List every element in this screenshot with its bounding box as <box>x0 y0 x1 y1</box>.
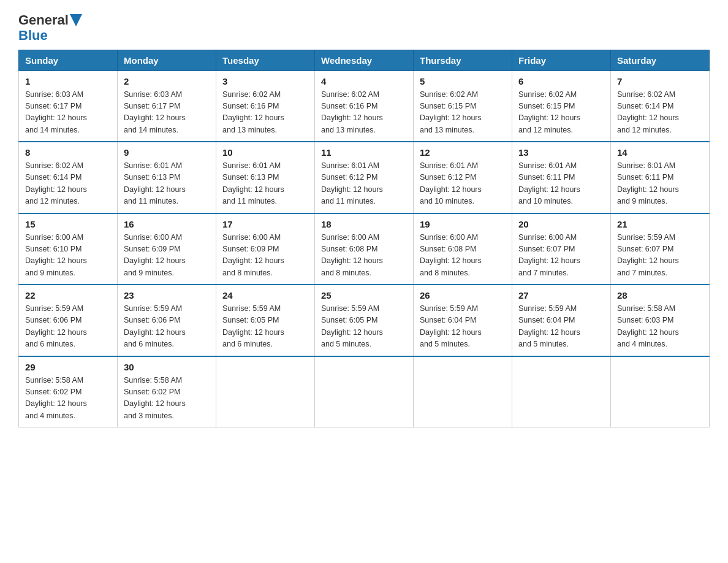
calendar-cell: 18Sunrise: 6:00 AMSunset: 6:08 PMDayligh… <box>315 213 414 285</box>
calendar-cell: 20Sunrise: 6:00 AMSunset: 6:07 PMDayligh… <box>512 213 611 285</box>
calendar-cell: 7Sunrise: 6:02 AMSunset: 6:14 PMDaylight… <box>611 71 710 142</box>
day-info: Sunrise: 6:00 AMSunset: 6:07 PMDaylight:… <box>518 232 604 280</box>
calendar-cell: 14Sunrise: 6:01 AMSunset: 6:11 PMDayligh… <box>611 142 710 213</box>
calendar-cell: 1Sunrise: 6:03 AMSunset: 6:17 PMDaylight… <box>19 71 118 142</box>
weekday-header-thursday: Thursday <box>414 50 512 71</box>
day-number: 28 <box>617 290 703 301</box>
day-info: Sunrise: 6:01 AMSunset: 6:12 PMDaylight:… <box>420 160 506 208</box>
calendar-cell: 16Sunrise: 6:00 AMSunset: 6:09 PMDayligh… <box>118 213 216 285</box>
calendar-cell: 25Sunrise: 5:59 AMSunset: 6:05 PMDayligh… <box>315 285 414 356</box>
calendar-cell <box>315 356 414 427</box>
calendar-cell: 13Sunrise: 6:01 AMSunset: 6:11 PMDayligh… <box>512 142 611 213</box>
day-info: Sunrise: 6:01 AMSunset: 6:13 PMDaylight:… <box>222 160 308 208</box>
day-info: Sunrise: 5:59 AMSunset: 6:06 PMDaylight:… <box>25 303 111 351</box>
day-number: 10 <box>222 147 308 158</box>
calendar-week-row: 22Sunrise: 5:59 AMSunset: 6:06 PMDayligh… <box>19 285 710 356</box>
day-number: 23 <box>124 290 210 301</box>
weekday-header-sunday: Sunday <box>19 50 118 71</box>
calendar-cell: 26Sunrise: 5:59 AMSunset: 6:04 PMDayligh… <box>414 285 512 356</box>
calendar-cell: 10Sunrise: 6:01 AMSunset: 6:13 PMDayligh… <box>216 142 315 213</box>
day-number: 20 <box>518 219 604 229</box>
calendar-cell: 28Sunrise: 5:58 AMSunset: 6:03 PMDayligh… <box>611 285 710 356</box>
logo-general-text: General <box>18 12 69 28</box>
weekday-header-row: SundayMondayTuesdayWednesdayThursdayFrid… <box>19 50 710 71</box>
logo-blue-text: Blue <box>18 28 82 43</box>
day-info: Sunrise: 6:01 AMSunset: 6:11 PMDaylight:… <box>617 160 703 208</box>
calendar-cell: 6Sunrise: 6:02 AMSunset: 6:15 PMDaylight… <box>512 71 611 142</box>
day-number: 25 <box>321 290 407 301</box>
day-number: 11 <box>321 147 407 158</box>
calendar-cell: 3Sunrise: 6:02 AMSunset: 6:16 PMDaylight… <box>216 71 315 142</box>
day-info: Sunrise: 5:59 AMSunset: 6:07 PMDaylight:… <box>617 232 703 280</box>
day-info: Sunrise: 5:59 AMSunset: 6:05 PMDaylight:… <box>222 303 308 351</box>
calendar-cell <box>414 356 512 427</box>
weekday-header-friday: Friday <box>512 50 611 71</box>
day-number: 4 <box>321 76 407 86</box>
day-number: 17 <box>222 219 308 229</box>
day-info: Sunrise: 6:01 AMSunset: 6:11 PMDaylight:… <box>518 160 604 208</box>
calendar-cell <box>512 356 611 427</box>
weekday-header-saturday: Saturday <box>611 50 710 71</box>
calendar-cell: 19Sunrise: 6:00 AMSunset: 6:08 PMDayligh… <box>414 213 512 285</box>
day-info: Sunrise: 6:02 AMSunset: 6:16 PMDaylight:… <box>222 89 308 137</box>
page-header: General Blue <box>18 12 710 44</box>
day-number: 27 <box>518 290 604 301</box>
calendar-cell: 4Sunrise: 6:02 AMSunset: 6:16 PMDaylight… <box>315 71 414 142</box>
day-number: 14 <box>617 147 703 158</box>
day-number: 6 <box>518 76 604 86</box>
day-info: Sunrise: 6:01 AMSunset: 6:13 PMDaylight:… <box>124 160 210 208</box>
day-number: 22 <box>25 290 111 301</box>
logo: General Blue <box>18 12 82 44</box>
day-info: Sunrise: 5:59 AMSunset: 6:04 PMDaylight:… <box>518 303 604 351</box>
calendar-cell: 8Sunrise: 6:02 AMSunset: 6:14 PMDaylight… <box>19 142 118 213</box>
day-number: 9 <box>124 147 210 158</box>
calendar-cell: 27Sunrise: 5:59 AMSunset: 6:04 PMDayligh… <box>512 285 611 356</box>
calendar-cell: 11Sunrise: 6:01 AMSunset: 6:12 PMDayligh… <box>315 142 414 213</box>
day-info: Sunrise: 5:58 AMSunset: 6:02 PMDaylight:… <box>124 375 210 423</box>
day-number: 18 <box>321 219 407 229</box>
calendar-cell: 30Sunrise: 5:58 AMSunset: 6:02 PMDayligh… <box>118 356 216 427</box>
day-number: 2 <box>124 76 210 86</box>
day-number: 12 <box>420 147 506 158</box>
day-number: 19 <box>420 219 506 229</box>
day-number: 24 <box>222 290 308 301</box>
day-number: 7 <box>617 76 703 86</box>
day-number: 5 <box>420 76 506 86</box>
day-info: Sunrise: 5:59 AMSunset: 6:04 PMDaylight:… <box>420 303 506 351</box>
day-info: Sunrise: 6:03 AMSunset: 6:17 PMDaylight:… <box>25 89 111 137</box>
day-number: 29 <box>25 362 111 372</box>
day-info: Sunrise: 6:00 AMSunset: 6:10 PMDaylight:… <box>25 232 111 280</box>
day-info: Sunrise: 6:02 AMSunset: 6:14 PMDaylight:… <box>25 160 111 208</box>
day-number: 15 <box>25 219 111 229</box>
calendar-week-row: 15Sunrise: 6:00 AMSunset: 6:10 PMDayligh… <box>19 213 710 285</box>
logo-triangle-icon <box>70 14 82 26</box>
day-number: 21 <box>617 219 703 229</box>
day-number: 26 <box>420 290 506 301</box>
day-info: Sunrise: 6:01 AMSunset: 6:12 PMDaylight:… <box>321 160 407 208</box>
calendar-cell: 24Sunrise: 5:59 AMSunset: 6:05 PMDayligh… <box>216 285 315 356</box>
day-info: Sunrise: 5:58 AMSunset: 6:02 PMDaylight:… <box>25 375 111 423</box>
day-info: Sunrise: 6:00 AMSunset: 6:09 PMDaylight:… <box>124 232 210 280</box>
weekday-header-wednesday: Wednesday <box>315 50 414 71</box>
calendar-cell: 9Sunrise: 6:01 AMSunset: 6:13 PMDaylight… <box>118 142 216 213</box>
day-info: Sunrise: 6:03 AMSunset: 6:17 PMDaylight:… <box>124 89 210 137</box>
day-number: 8 <box>25 147 111 158</box>
day-number: 3 <box>222 76 308 86</box>
day-info: Sunrise: 6:02 AMSunset: 6:16 PMDaylight:… <box>321 89 407 137</box>
calendar-cell: 12Sunrise: 6:01 AMSunset: 6:12 PMDayligh… <box>414 142 512 213</box>
day-number: 13 <box>518 147 604 158</box>
day-info: Sunrise: 6:02 AMSunset: 6:15 PMDaylight:… <box>420 89 506 137</box>
weekday-header-monday: Monday <box>118 50 216 71</box>
calendar-cell: 21Sunrise: 5:59 AMSunset: 6:07 PMDayligh… <box>611 213 710 285</box>
calendar-week-row: 29Sunrise: 5:58 AMSunset: 6:02 PMDayligh… <box>19 356 710 427</box>
weekday-header-tuesday: Tuesday <box>216 50 315 71</box>
calendar-cell: 29Sunrise: 5:58 AMSunset: 6:02 PMDayligh… <box>19 356 118 427</box>
svg-marker-0 <box>70 14 82 26</box>
day-info: Sunrise: 5:58 AMSunset: 6:03 PMDaylight:… <box>617 303 703 351</box>
calendar-cell <box>216 356 315 427</box>
calendar-table: SundayMondayTuesdayWednesdayThursdayFrid… <box>18 50 710 428</box>
day-info: Sunrise: 6:00 AMSunset: 6:09 PMDaylight:… <box>222 232 308 280</box>
day-number: 30 <box>124 362 210 372</box>
day-number: 1 <box>25 76 111 86</box>
day-info: Sunrise: 6:00 AMSunset: 6:08 PMDaylight:… <box>321 232 407 280</box>
